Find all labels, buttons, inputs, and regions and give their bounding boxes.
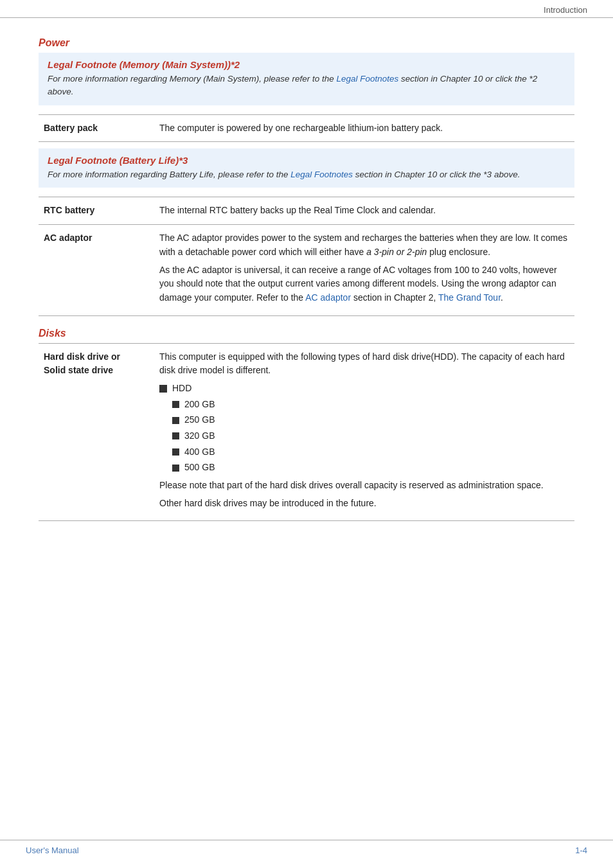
battery-pack-label: Battery pack bbox=[39, 114, 154, 142]
hdd-desc: This computer is equipped with the follo… bbox=[154, 343, 574, 521]
footer-right: 1-4 bbox=[575, 846, 587, 855]
hdd-label: Hard disk drive or Solid state drive bbox=[39, 343, 154, 521]
ac-adaptor-desc: The AC adaptor provides power to the sys… bbox=[154, 225, 574, 315]
hdd-sub-250: 250 GB bbox=[159, 413, 569, 427]
hdd-bullet-sub-400 bbox=[172, 448, 179, 456]
ac-adaptor-para1: The AC adaptor provides power to the sys… bbox=[159, 231, 569, 259]
hdd-sub-400-label: 400 GB bbox=[184, 445, 215, 459]
hdd-sub-400: 400 GB bbox=[159, 445, 569, 459]
battery-footnote-text-before: For more information regarding Battery L… bbox=[48, 170, 290, 179]
battery-legal-footnotes-link[interactable]: Legal Footnotes bbox=[290, 170, 353, 179]
hdd-table: Hard disk drive or Solid state drive Thi… bbox=[39, 343, 574, 522]
ac-desc1-italic: a 3-pin or 2-pin bbox=[366, 247, 427, 257]
hdd-note2: Other hard disk drives may be introduced… bbox=[159, 497, 569, 511]
ac-desc2-end: . bbox=[501, 292, 503, 303]
hdd-bullet-list: HDD 200 GB 250 GB bbox=[159, 382, 569, 475]
header-title: Introduction bbox=[544, 5, 587, 15]
disks-section: Disks Hard disk drive or Solid state dri… bbox=[39, 328, 574, 522]
rtc-battery-desc: The internal RTC battery backs up the Re… bbox=[154, 197, 574, 225]
ac-adaptor-row: AC adaptor The AC adaptor provides power… bbox=[39, 225, 574, 315]
hdd-bullet-top bbox=[159, 385, 167, 393]
hdd-sub-500-label: 500 GB bbox=[184, 461, 215, 475]
hdd-bullet-sub-200 bbox=[172, 401, 179, 408]
hdd-top-item: HDD bbox=[159, 382, 569, 396]
hdd-label2: Solid state drive bbox=[44, 365, 113, 375]
hdd-sub-200: 200 GB bbox=[159, 398, 569, 412]
ac-adaptor-para2: As the AC adaptor is universal, it can r… bbox=[159, 263, 569, 305]
page-header: Introduction bbox=[0, 0, 613, 18]
hdd-sub-500: 500 GB bbox=[159, 461, 569, 475]
ac-adaptor-link[interactable]: AC adaptor bbox=[305, 292, 351, 303]
memory-footnote-block: Legal Footnote (Memory (Main System))*2 … bbox=[39, 53, 574, 105]
hdd-bullet-sub-320 bbox=[172, 432, 179, 439]
memory-footnote-title: Legal Footnote (Memory (Main System))*2 bbox=[48, 59, 565, 70]
grand-tour-link[interactable]: The Grand Tour bbox=[438, 292, 501, 303]
ac-desc1-before: The AC adaptor provides power to the sys… bbox=[159, 233, 567, 257]
main-content: Power Legal Footnote (Memory (Main Syste… bbox=[0, 18, 613, 566]
hdd-note1: Please note that part of the hard disk d… bbox=[159, 479, 569, 493]
rtc-battery-label: RTC battery bbox=[39, 197, 154, 225]
page-container: Introduction Power Legal Footnote (Memor… bbox=[0, 0, 613, 868]
hdd-row: Hard disk drive or Solid state drive Thi… bbox=[39, 343, 574, 521]
page-footer: User's Manual 1-4 bbox=[0, 840, 613, 855]
ac-desc1-end: plug enclosure. bbox=[427, 247, 490, 257]
rtc-battery-row: RTC battery The internal RTC battery bac… bbox=[39, 197, 574, 225]
footer-left: User's Manual bbox=[26, 846, 79, 855]
power-heading: Power bbox=[39, 37, 574, 49]
hdd-sub-200-label: 200 GB bbox=[184, 398, 215, 412]
battery-footnote-block: Legal Footnote (Battery Life)*3 For more… bbox=[39, 148, 574, 188]
hdd-label1: Hard disk drive or bbox=[44, 351, 120, 362]
hdd-intro-para: This computer is equipped with the follo… bbox=[159, 350, 569, 378]
battery-footnote-text: For more information regarding Battery L… bbox=[48, 168, 565, 181]
memory-footnote-text-before: For more information regarding Memory (M… bbox=[48, 74, 336, 84]
ac-desc2-mid: section in Chapter 2, bbox=[351, 292, 438, 303]
battery-pack-row: Battery pack The computer is powered by … bbox=[39, 114, 574, 142]
battery-pack-desc: The computer is powered by one rechargea… bbox=[154, 114, 574, 142]
ac-adaptor-label: AC adaptor bbox=[39, 225, 154, 315]
rtc-ac-table: RTC battery The internal RTC battery bac… bbox=[39, 197, 574, 315]
battery-footnote-title: Legal Footnote (Battery Life)*3 bbox=[48, 155, 565, 166]
battery-pack-table: Battery pack The computer is powered by … bbox=[39, 114, 574, 143]
hdd-bullet-sub-500 bbox=[172, 465, 179, 472]
memory-legal-footnotes-link[interactable]: Legal Footnotes bbox=[336, 74, 398, 84]
hdd-bullet-sub-250 bbox=[172, 417, 179, 424]
hdd-sub-320: 320 GB bbox=[159, 429, 569, 443]
memory-footnote-text: For more information regarding Memory (M… bbox=[48, 73, 565, 99]
battery-footnote-text-after: section in Chapter 10 or click the *3 ab… bbox=[353, 170, 520, 179]
hdd-sub-320-label: 320 GB bbox=[184, 429, 215, 443]
hdd-top-label: HDD bbox=[172, 382, 191, 396]
hdd-sub-250-label: 250 GB bbox=[184, 413, 215, 427]
disks-heading: Disks bbox=[39, 328, 574, 339]
